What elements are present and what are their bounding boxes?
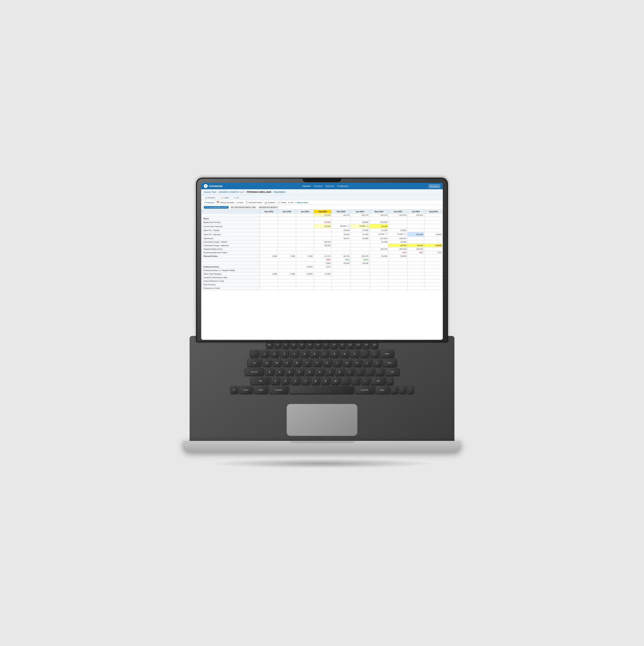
key-right[interactable]: → [407, 386, 414, 394]
key-7[interactable]: 7 [320, 350, 329, 357]
nav-forecast[interactable]: Forecast [302, 185, 310, 187]
key-return[interactable]: return [383, 359, 397, 366]
key-5[interactable]: 5 [300, 350, 309, 357]
key-left[interactable]: ← [391, 386, 398, 394]
key-semicolon[interactable]: ; [355, 368, 364, 375]
key-capslock[interactable]: caps lock [245, 368, 264, 375]
tag-active-5523[interactable]: ≡ 5.5-23-PSR16RY-FHTQ [204, 206, 229, 209]
key-6[interactable]: 6 [310, 350, 319, 357]
key-command-right[interactable]: command [355, 386, 374, 394]
cell: 7,395 [278, 272, 296, 276]
cell [408, 237, 424, 240]
add-item-button[interactable]: + Add an item [295, 202, 308, 204]
key-9[interactable]: 9 [340, 350, 349, 357]
key-r[interactable]: R [293, 359, 302, 366]
breadcrumb-generic-energy[interactable]: GENERIC ENERGY LLC [219, 191, 244, 193]
key-e[interactable]: E [283, 359, 292, 366]
key-p[interactable]: P [353, 359, 362, 366]
key-o[interactable]: O [343, 359, 352, 366]
key-equals[interactable]: = [370, 350, 379, 357]
key-b[interactable]: B [311, 377, 320, 385]
key-fn[interactable]: fn [231, 386, 238, 394]
key-c[interactable]: C [291, 377, 300, 385]
actions-button[interactable]: ⚙ Actions [429, 185, 440, 188]
key-3[interactable]: 3 [280, 350, 289, 357]
breadcrumb-date[interactable]: Feb 2024 ▾ [274, 191, 286, 194]
key-n[interactable]: N [321, 377, 330, 385]
toolbar-list[interactable]: ≡ List [289, 202, 293, 204]
key-q[interactable]: Q [262, 359, 272, 366]
key-space[interactable] [289, 386, 354, 394]
key-rbracket[interactable]: ] [373, 359, 382, 366]
key-lbracket[interactable]: [ [363, 359, 372, 366]
key-4[interactable]: 4 [290, 350, 299, 357]
key-x[interactable]: X [281, 377, 290, 385]
cell [389, 258, 408, 261]
tag-962540[interactable]: ⊞ 9.625-40-L80-BTC [258, 206, 279, 209]
nav-forecasts[interactable]: Forecasts [314, 185, 322, 187]
forecast-table-wrapper[interactable]: Nov-2023 Dec-2023 Jan-2024 Feb-2024 Mar-… [201, 210, 443, 290]
sub-nav-list[interactable]: ≡ List [233, 196, 240, 199]
col-header-nov2023: Nov-2023 [260, 210, 278, 214]
toolbar-analytics[interactable]: 📊 Analytics [264, 201, 276, 204]
key-quote[interactable]: ' [365, 368, 374, 375]
key-backspace[interactable]: delete [380, 350, 394, 357]
key-2[interactable]: 2 [270, 350, 279, 357]
key-a[interactable]: A [265, 368, 274, 375]
key-up[interactable]: ↑ [386, 377, 393, 385]
key-i[interactable]: I [333, 359, 342, 366]
key-tab[interactable]: tab [247, 359, 261, 366]
breadcrumb-sooner-pipe[interactable]: Sooner Pipe [204, 191, 216, 193]
key-option[interactable]: option [254, 386, 268, 394]
key-y[interactable]: Y [313, 359, 322, 366]
cell [260, 261, 278, 265]
key-comma[interactable]: , [341, 377, 350, 385]
cell [369, 272, 389, 276]
key-shift-right[interactable]: shift [385, 368, 400, 375]
key-t[interactable]: T [303, 359, 312, 366]
key-u[interactable]: U [323, 359, 332, 366]
key-backtick[interactable]: ` [250, 350, 259, 357]
key-shift-right2[interactable]: shift [371, 377, 385, 385]
sub-nav-graph[interactable]: 📈 Graph [220, 196, 230, 199]
key-v[interactable]: V [301, 377, 310, 385]
sub-nav-analytics[interactable]: 📊 Analytics [204, 196, 216, 199]
cell [296, 244, 314, 247]
cell [278, 261, 296, 265]
key-shift-left[interactable]: shift [251, 377, 270, 385]
key-l[interactable]: L [345, 368, 354, 375]
key-control[interactable]: control [239, 386, 253, 394]
key-backslash[interactable]: \ [375, 368, 384, 375]
cell [389, 217, 408, 221]
key-0[interactable]: 0 [350, 350, 359, 357]
key-g[interactable]: G [305, 368, 314, 375]
nav-configuration[interactable]: Configuration [337, 185, 349, 187]
key-down[interactable]: ↓ [399, 386, 406, 394]
key-m[interactable]: M [331, 377, 340, 385]
key-option-right[interactable]: option [375, 386, 390, 394]
key-z[interactable]: Z [271, 377, 280, 385]
key-w[interactable]: W [273, 359, 282, 366]
toolbar-drilling-schedule[interactable]: 📅 Drilling Schedule [216, 201, 234, 204]
toolbar-forecast[interactable]: ↗ Forecast [204, 201, 214, 204]
key-slash[interactable]: / [361, 377, 370, 385]
tag-76250906[interactable]: ⊞ 7.625-29.06-L80HC-LJ/M [230, 206, 256, 209]
key-f[interactable]: F [295, 368, 304, 375]
toolbar-graph[interactable]: 📈 Graph [278, 201, 287, 204]
key-d[interactable]: D [285, 368, 294, 375]
trackpad[interactable] [287, 404, 357, 436]
key-1[interactable]: 1 [260, 350, 269, 357]
key-minus[interactable]: - [360, 350, 369, 357]
key-h[interactable]: H [315, 368, 324, 375]
key-8[interactable]: 8 [330, 350, 339, 357]
key-k[interactable]: K [335, 368, 344, 375]
toolbar-gantt[interactable]: ≡ Gantt [236, 202, 243, 204]
key-s[interactable]: S [275, 368, 284, 375]
toolbar-planned-orders[interactable]: 📋 Planned Orders [245, 201, 262, 204]
key-period[interactable]: . [351, 377, 360, 385]
cell [332, 280, 351, 283]
nav-reporting[interactable]: Reporting [326, 185, 334, 187]
key-command[interactable]: command [269, 386, 289, 394]
key-j[interactable]: J [325, 368, 334, 375]
cell: 47,000 [350, 232, 369, 237]
